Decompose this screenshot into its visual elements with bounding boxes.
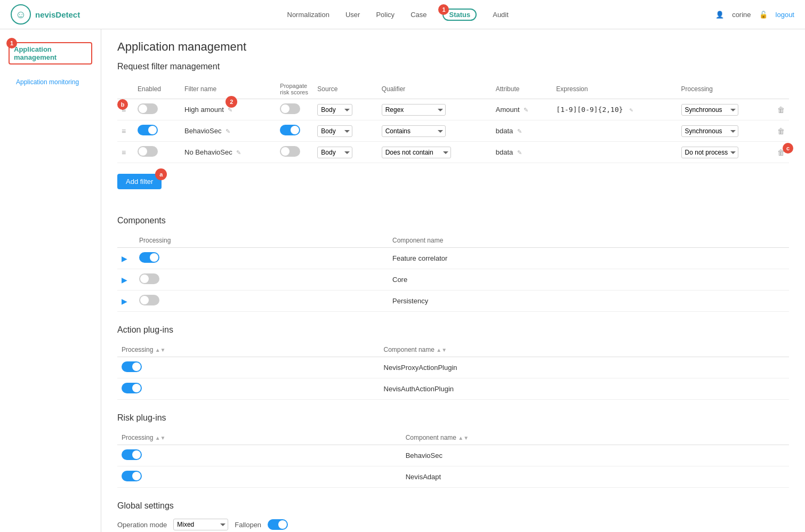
sidebar: Application management 1 Application mon… — [0, 29, 101, 532]
attribute-1: Amount — [496, 106, 520, 114]
nav-policy[interactable]: Policy — [376, 11, 395, 19]
action-plugin-table: Processing ▲▼ Component name ▲▼ — [117, 343, 789, 400]
action-plugin-row-1: NevisProxyActionPlugin — [117, 357, 789, 378]
sort-icon-name[interactable]: ▲▼ — [436, 347, 447, 353]
toggle-ap-2[interactable] — [122, 383, 142, 393]
nav-case[interactable]: Case — [410, 11, 426, 19]
expand-icon-1[interactable]: ▶ — [122, 254, 127, 263]
comp-th-name: Component name — [388, 233, 789, 248]
th-expression: Expression — [552, 79, 677, 99]
username: corine — [732, 11, 751, 19]
drag-handle-2[interactable]: ≡ — [122, 127, 126, 135]
badge-b: b — [117, 99, 128, 110]
toggle-enabled-1[interactable] — [138, 103, 158, 114]
toggle-propagate-2[interactable] — [280, 125, 300, 135]
th-attribute: Attribute — [492, 79, 552, 99]
ap-th-processing: Processing ▲▼ — [117, 343, 380, 357]
logo-icon: ☺ — [15, 9, 26, 21]
logo-circle: ☺ — [11, 4, 31, 25]
operation-mode-select[interactable]: Mixed Synchronous Asynchronous — [173, 519, 228, 530]
qualifier-select-3[interactable]: Regex Contains Does not contain Equals — [382, 147, 451, 158]
components-table: Processing Component name ▶ — [117, 233, 789, 312]
qualifier-select-1[interactable]: Regex Contains Does not contain Equals — [382, 104, 446, 116]
processing-select-1[interactable]: Synchronous Asynchronous Do not process — [681, 104, 738, 116]
nav-user[interactable]: User — [345, 11, 360, 19]
qualifier-select-2[interactable]: Regex Contains Does not contain Equals — [382, 125, 446, 137]
delete-filter-2[interactable]: 🗑 — [777, 127, 785, 135]
toggle-propagate-1[interactable] — [280, 103, 300, 114]
global-settings-title: Global settings — [117, 501, 789, 511]
nav-right: 👤 corine 🔓 logout — [715, 11, 794, 19]
edit-filter-name-2[interactable]: ✎ — [226, 128, 230, 134]
toggle-comp-2[interactable] — [139, 273, 159, 284]
risk-plugin-row-1: BehavioSec — [117, 445, 789, 466]
delete-filter-1[interactable]: 🗑 — [777, 106, 785, 114]
logout-link[interactable]: logout — [776, 11, 794, 19]
nav-audit[interactable]: Audit — [493, 11, 509, 19]
sidebar-item-app-management[interactable]: Application management 1 — [9, 42, 92, 65]
sort-icon-rp-processing[interactable]: ▲▼ — [155, 435, 166, 441]
drag-handle-3[interactable]: ≡ — [122, 148, 126, 157]
top-nav: ☺ nevisDetect Normalization User Policy … — [0, 0, 805, 29]
risk-plugin-table: Processing ▲▼ Component name ▲▼ — [117, 431, 789, 488]
edit-attribute-2[interactable]: ✎ — [517, 128, 522, 134]
th-processing: Processing — [677, 79, 773, 99]
global-settings-section: Global settings Operation mode Mixed Syn… — [117, 501, 789, 530]
badge-c: c — [783, 143, 793, 154]
processing-select-3[interactable]: Synchronous Asynchronous Do not process — [681, 147, 738, 158]
components-section-title: Components — [117, 216, 789, 225]
rp-th-name: Component name ▲▼ — [401, 431, 789, 445]
expand-icon-3[interactable]: ▶ — [122, 297, 127, 305]
components-section: Components Processing Component name ▶ — [117, 216, 789, 312]
sidebar-item-app-monitoring[interactable]: Application monitoring — [8, 74, 93, 90]
edit-expression-1[interactable]: ✎ — [629, 107, 633, 114]
ap-name-2: NevisAuthActionPlugin — [380, 378, 789, 400]
risk-plugins-title: Risk plug-ins — [117, 413, 789, 423]
sort-icon-processing[interactable]: ▲▼ — [155, 347, 166, 353]
filter-name-3: No BehavioSec — [184, 148, 232, 156]
toggle-fallopen[interactable] — [268, 519, 288, 530]
rp-name-2: NevisAdapt — [401, 466, 789, 488]
app-container: ☺ nevisDetect Normalization User Policy … — [0, 0, 805, 532]
toggle-comp-1[interactable] — [139, 252, 159, 263]
th-propagate: Propagate risk scores — [276, 79, 313, 99]
page-title: Application management — [117, 40, 789, 54]
toggle-comp-3[interactable] — [139, 295, 159, 305]
attribute-2: bdata — [496, 127, 513, 135]
filter-row-2: ≡ BehavioSec ✎ — [117, 120, 789, 142]
toggle-ap-1[interactable] — [122, 361, 142, 372]
nav-links: Normalization User Policy Case Status 1 … — [287, 11, 509, 19]
edit-filter-name-3[interactable]: ✎ — [236, 149, 241, 156]
comp-row-1: ▶ Feature correlator — [117, 248, 789, 269]
filter-name-1: High amount 2 — [184, 106, 226, 114]
badge-a: a — [155, 168, 167, 180]
toggle-enabled-2[interactable] — [138, 125, 158, 135]
nav-normalization[interactable]: Normalization — [287, 11, 329, 19]
risk-plugins-section: Risk plug-ins Processing ▲▼ Component na… — [117, 413, 789, 488]
comp-name-2: Core — [388, 269, 789, 291]
action-plugin-row-2: NevisAuthActionPlugin — [117, 378, 789, 400]
expand-icon-2[interactable]: ▶ — [122, 276, 127, 284]
edit-attribute-3[interactable]: ✎ — [517, 149, 522, 156]
comp-th-processing: Processing — [135, 233, 388, 248]
toggle-propagate-3[interactable] — [280, 146, 300, 157]
toggle-rp-1[interactable] — [122, 449, 142, 460]
edit-attribute-1[interactable]: ✎ — [524, 107, 528, 113]
source-select-2[interactable]: Body Header Query — [317, 125, 352, 137]
sort-icon-rp-name[interactable]: ▲▼ — [458, 435, 469, 441]
toggle-rp-2[interactable] — [122, 471, 142, 481]
content-wrapper: Application management 1 Application mon… — [0, 29, 805, 532]
app-name: nevisDetect — [35, 10, 80, 19]
th-source: Source — [313, 79, 377, 99]
expression-1: [1-9][0-9]{2,10} — [556, 106, 623, 114]
toggle-enabled-3[interactable] — [138, 146, 158, 157]
processing-select-2[interactable]: Synchronous Asynchronous Do not process — [681, 125, 738, 137]
action-plugins-section: Action plug-ins Processing ▲▼ Component … — [117, 325, 789, 400]
source-select-1[interactable]: Body Header Query — [317, 104, 352, 116]
source-select-3[interactable]: Body Header Query — [317, 147, 352, 158]
th-enabled: Enabled — [133, 79, 180, 99]
main-content: Application management Request filter ma… — [101, 29, 805, 532]
top-nav-left: ☺ nevisDetect — [11, 4, 80, 25]
th-qualifier: Qualifier — [377, 79, 492, 99]
drag-handle-1[interactable]: ≡ b — [122, 106, 126, 114]
